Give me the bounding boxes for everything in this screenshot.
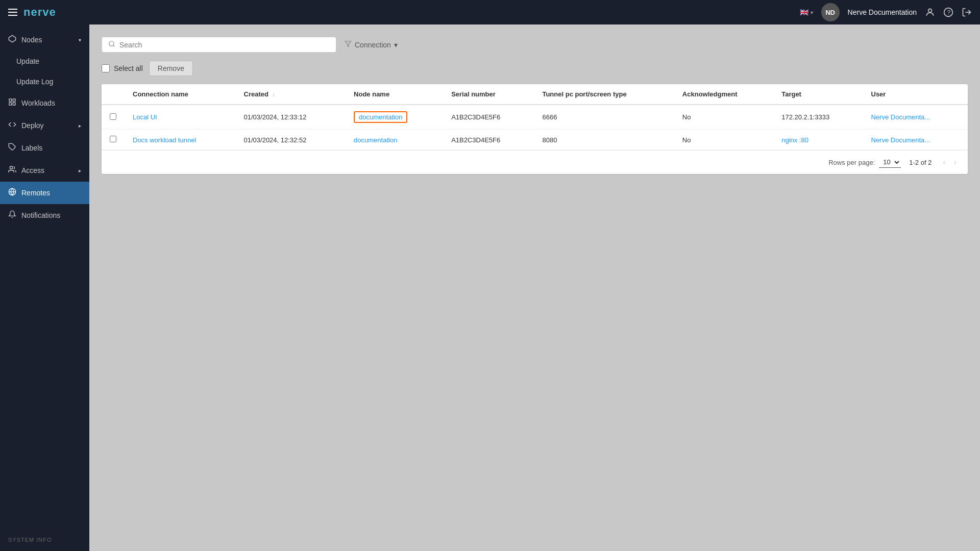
workloads-icon (8, 98, 16, 108)
sidebar-item-access[interactable]: Access ▸ (0, 159, 89, 182)
node-name-highlighted[interactable]: documentation (354, 111, 407, 123)
page-info: 1-2 of 2 (909, 159, 932, 166)
user-link[interactable]: Nerve Documenta... (871, 136, 930, 144)
table-row: Docs workload tunnel 01/03/2024, 12:32:5… (102, 130, 968, 151)
row-serial-number: A1B2C3D4E5F6 (443, 105, 534, 130)
notifications-icon (8, 210, 16, 220)
row-serial-number: A1B2C3D4E5F6 (443, 130, 534, 151)
row-acknowledgment: No (674, 105, 773, 130)
hamburger-menu[interactable] (8, 9, 17, 16)
svg-point-10 (10, 166, 12, 169)
col-checkbox (102, 84, 125, 105)
logo-text: nerve (23, 6, 56, 19)
row-connection-name: Local UI (125, 105, 236, 130)
filter-label: Connection (355, 41, 391, 49)
user-avatar[interactable]: ND (821, 3, 840, 21)
logout-icon[interactable] (962, 7, 972, 17)
col-node-name: Node name (346, 84, 443, 105)
sidebar-item-deploy-label: Deploy (21, 121, 44, 130)
main-content: Connection ▾ Select all Remove Connectio… (89, 24, 980, 551)
svg-point-13 (109, 41, 114, 46)
row-target: nginx :80 (773, 130, 863, 151)
sidebar-item-update[interactable]: Update (0, 51, 89, 71)
header-right: 🇬🇧 ▾ ND Nerve Documentation ? (800, 3, 972, 21)
sidebar-item-labels[interactable]: Labels (0, 137, 89, 159)
header-left: nerve (8, 6, 56, 19)
col-connection-name: Connection name (125, 84, 236, 105)
flag-icon: 🇬🇧 (800, 8, 808, 16)
labels-icon (8, 143, 16, 153)
remove-button[interactable]: Remove (149, 61, 193, 76)
sidebar-item-deploy[interactable]: Deploy ▸ (0, 114, 89, 137)
row-connection-name: Docs workload tunnel (125, 130, 236, 151)
sidebar-item-notifications[interactable]: Notifications (0, 204, 89, 227)
toolbar: Connection ▾ (102, 37, 968, 53)
svg-point-0 (928, 9, 932, 12)
connection-name-link[interactable]: Docs workload tunnel (133, 136, 196, 144)
table-row: Local UI 01/03/2024, 12:33:12 documentat… (102, 105, 968, 130)
col-user: User (863, 84, 968, 105)
filter-button[interactable]: Connection ▾ (345, 40, 398, 49)
sidebar-item-notifications-label: Notifications (21, 211, 60, 219)
col-created[interactable]: Created ↓ (236, 84, 346, 105)
row-target: 172.20.2.1:3333 (773, 105, 863, 130)
pagination: Rows per page: 5102550 1-2 of 2 ‹ › (102, 150, 968, 174)
sidebar-item-labels-label: Labels (21, 144, 42, 152)
target-link[interactable]: nginx :80 (781, 136, 808, 144)
prev-page-button[interactable]: ‹ (940, 157, 948, 168)
sidebar-item-nodes[interactable]: Nodes ▾ (0, 29, 89, 51)
sidebar-item-remotes[interactable]: Remotes (0, 182, 89, 204)
rows-per-page-select[interactable]: 5102550 (879, 157, 901, 168)
col-tunnel-pc: Tunnel pc port/screen type (534, 84, 674, 105)
row-tunnel-pc: 8080 (534, 130, 674, 151)
svg-marker-4 (9, 35, 15, 42)
search-input[interactable] (119, 41, 330, 49)
remotes-icon (8, 188, 16, 198)
language-dropdown-arrow: ▾ (811, 10, 813, 15)
filter-icon (345, 40, 352, 49)
page-navigation: ‹ › (940, 157, 960, 168)
row-checkbox-cell[interactable] (102, 130, 125, 151)
row-node-name: documentation (346, 105, 443, 130)
nodes-arrow: ▾ (79, 37, 81, 43)
user-name[interactable]: Nerve Documentation (848, 8, 917, 16)
help-icon[interactable]: ? (943, 7, 953, 17)
layout: Nodes ▾ Update Update Log Workloads Depl… (0, 24, 980, 551)
next-page-button[interactable]: › (951, 157, 960, 168)
deploy-icon (8, 120, 16, 131)
col-serial-number: Serial number (443, 84, 534, 105)
select-all-checkbox[interactable] (102, 64, 110, 72)
svg-rect-6 (13, 99, 15, 102)
nodes-icon (8, 35, 16, 45)
col-target: Target (773, 84, 863, 105)
row-checkbox-cell[interactable] (102, 105, 125, 130)
row-checkbox[interactable] (110, 113, 116, 120)
search-icon (108, 40, 115, 49)
sidebar-item-update-log-label: Update Log (16, 78, 53, 86)
actions-row: Select all Remove (102, 61, 968, 76)
svg-rect-7 (13, 103, 15, 105)
sidebar-item-access-label: Access (21, 166, 44, 174)
node-name-link[interactable]: documentation (354, 136, 397, 144)
profile-icon[interactable] (925, 7, 935, 17)
row-checkbox[interactable] (110, 136, 116, 142)
connection-name-link[interactable]: Local UI (133, 113, 157, 121)
row-node-name: documentation (346, 130, 443, 151)
sidebar-item-update-label: Update (16, 57, 39, 65)
search-box (102, 37, 336, 53)
svg-rect-8 (9, 103, 12, 105)
sidebar-item-update-log[interactable]: Update Log (0, 71, 89, 92)
sidebar-item-workloads[interactable]: Workloads (0, 92, 89, 114)
svg-line-14 (113, 45, 115, 47)
sidebar-item-remotes-label: Remotes (21, 189, 50, 197)
system-info[interactable]: SYSTEM INFO (0, 529, 89, 551)
access-icon (8, 165, 16, 176)
user-link[interactable]: Nerve Documenta... (871, 113, 930, 121)
row-created: 01/03/2024, 12:33:12 (236, 105, 346, 130)
deploy-arrow: ▸ (79, 123, 81, 129)
svg-rect-5 (9, 99, 12, 102)
select-all-label[interactable]: Select all (102, 64, 143, 72)
sort-created-icon: ↓ (273, 92, 275, 97)
sidebar-item-nodes-label: Nodes (21, 36, 42, 44)
language-selector[interactable]: 🇬🇧 ▾ (800, 8, 813, 16)
